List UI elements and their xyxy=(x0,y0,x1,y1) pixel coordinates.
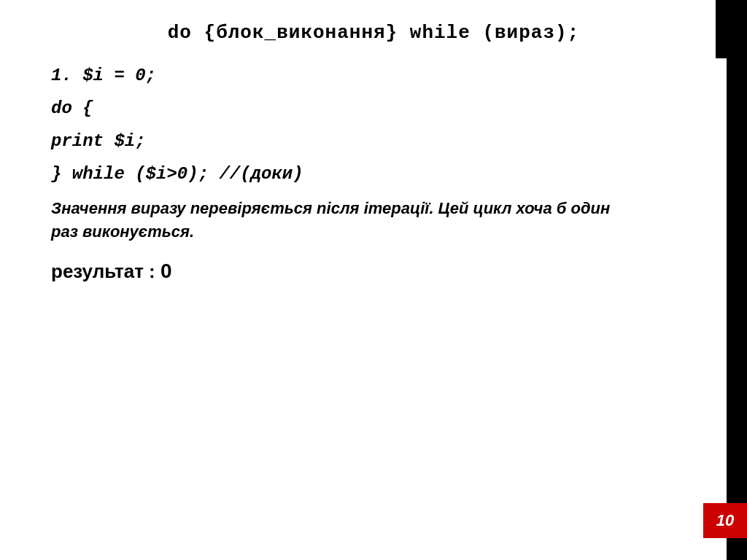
code-line-1: 1. $i = 0; xyxy=(51,66,703,85)
result-value: 0 xyxy=(160,260,172,282)
page-number: 10 xyxy=(716,511,734,530)
description-text: Значення виразу перевіряється після ітер… xyxy=(51,197,620,244)
page-number-badge: 10 xyxy=(703,503,747,538)
code-line-3: print $i; xyxy=(51,131,703,151)
slide-container: do {блок_виконання} while (вираз); 1. $i… xyxy=(0,0,747,560)
result-line: результат : 0 xyxy=(51,260,703,283)
content-area: 1. $i = 0; do { print $i; } while ($i>0)… xyxy=(44,66,703,283)
code-header: do {блок_виконання} while (вираз); xyxy=(44,22,703,44)
top-right-decoration xyxy=(716,0,727,58)
code-line-4: } while ($i>0); //(доки) xyxy=(51,164,703,184)
code-line-2: do { xyxy=(51,98,703,118)
right-bar xyxy=(727,0,747,560)
result-label: результат : xyxy=(51,260,160,282)
